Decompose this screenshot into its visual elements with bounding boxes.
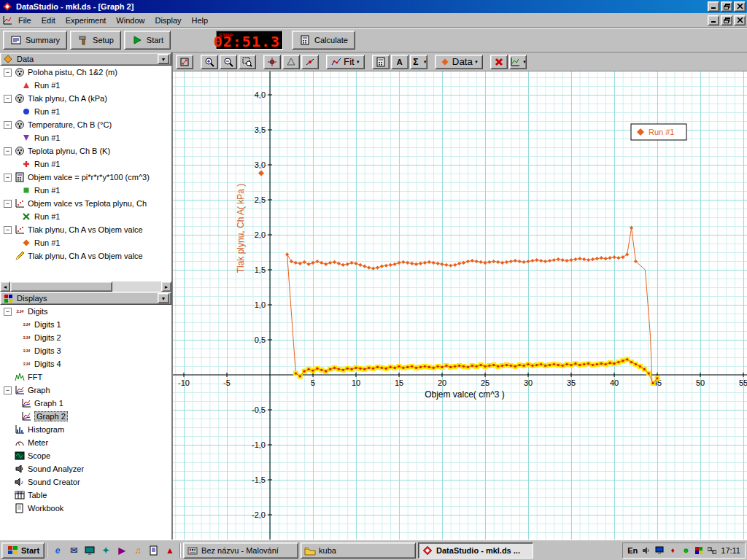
expand-box[interactable]: − bbox=[4, 226, 12, 234]
quick-launch-notes-icon[interactable] bbox=[147, 543, 161, 558]
data-source-item[interactable]: −Objem valce vs Teplota plynu, Ch bbox=[0, 197, 171, 210]
quick-launch-desktop-icon[interactable] bbox=[82, 543, 97, 558]
quick-launch-ie-icon[interactable]: e bbox=[50, 543, 65, 558]
data-source-item[interactable]: −Teplota plynu, Ch B (K) bbox=[0, 144, 171, 158]
display-item[interactable]: FFT bbox=[0, 370, 171, 384]
data-panel-dropdown-button[interactable]: ▼ bbox=[158, 54, 169, 64]
task-button[interactable]: DataStudio - mkl.ds ... bbox=[418, 542, 533, 559]
display-item[interactable]: Workbook bbox=[0, 502, 171, 515]
displays-header-icon bbox=[2, 293, 14, 303]
zoom-in-button[interactable] bbox=[201, 55, 218, 69]
close-button[interactable] bbox=[734, 1, 746, 12]
display-child-item[interactable]: 3.14Digits 3 bbox=[0, 344, 171, 357]
task-button[interactable]: Bez názvu - Malování bbox=[183, 542, 298, 559]
run-item[interactable]: Run #1 bbox=[0, 210, 171, 223]
summary-button[interactable]: Summary bbox=[3, 31, 67, 50]
displays-panel-header: Displays ▼ bbox=[0, 292, 171, 305]
child-minimize-button[interactable] bbox=[708, 15, 719, 26]
hscroll-track[interactable] bbox=[112, 281, 161, 292]
display-item[interactable]: −Graph bbox=[0, 384, 171, 397]
display-child-item[interactable]: Graph 2 bbox=[0, 410, 171, 423]
data-source-item[interactable]: −Temperature, Ch B (°C) bbox=[0, 118, 171, 131]
display-item[interactable]: Scope bbox=[0, 449, 171, 462]
display-item[interactable]: Meter bbox=[0, 436, 171, 449]
menu-display[interactable]: Display bbox=[150, 14, 186, 27]
expand-box[interactable]: − bbox=[4, 69, 12, 77]
data-source-item[interactable]: −Tlak plynu, Ch A vs Objem valce bbox=[0, 223, 171, 236]
setup-button[interactable]: Setup bbox=[70, 31, 121, 50]
slope-tool-button[interactable] bbox=[301, 55, 319, 69]
text-tool-button[interactable]: A bbox=[391, 55, 409, 69]
display-child-item[interactable]: 3.14Digits 1 bbox=[0, 318, 171, 331]
delete-button[interactable] bbox=[490, 55, 508, 69]
hscroll-thumb[interactable] bbox=[10, 281, 112, 292]
quick-launch-channels-icon[interactable]: ✦ bbox=[98, 543, 113, 558]
display-child-item[interactable]: Graph 1 bbox=[0, 397, 171, 410]
quick-launch-outlook-icon[interactable]: ✉ bbox=[66, 543, 81, 558]
display-item[interactable]: Sound Analyzer bbox=[0, 462, 171, 475]
menu-experiment[interactable]: Experiment bbox=[61, 14, 112, 27]
run-item[interactable]: Run #1 bbox=[0, 79, 171, 92]
tray-color-icon[interactable] bbox=[693, 545, 705, 556]
keyboard-layout-indicator[interactable]: En bbox=[627, 546, 638, 555]
data-source-item[interactable]: −Objem valce = pi*r*r*y*100 (cm^3) bbox=[0, 171, 171, 184]
graph-settings-button[interactable]: ▼ bbox=[509, 55, 527, 69]
data-source-item[interactable]: −Poloha pistu, Ch 1&2 (m) bbox=[0, 66, 171, 79]
display-child-item[interactable]: 3.14Digits 4 bbox=[0, 357, 171, 370]
restore-button[interactable] bbox=[721, 1, 732, 12]
expand-box[interactable]: − bbox=[4, 121, 12, 129]
data-source-item[interactable]: −Tlak plynu, Ch A (kPa) bbox=[0, 92, 171, 105]
expand-box[interactable]: − bbox=[4, 174, 12, 182]
graph-canvas[interactable]: -10-55101520253035404550554,03,53,02,52,… bbox=[173, 71, 747, 540]
child-restore-button[interactable] bbox=[721, 15, 732, 26]
child-close-button[interactable] bbox=[734, 15, 746, 26]
tray-messenger-icon[interactable]: ☻ bbox=[680, 545, 692, 556]
start-menu-button[interactable]: Start bbox=[1, 542, 44, 559]
expand-box[interactable]: − bbox=[4, 147, 12, 155]
displays-panel-dropdown-button[interactable]: ▼ bbox=[158, 293, 169, 303]
display-item[interactable]: ♪Sound Creator bbox=[0, 475, 171, 489]
run-item[interactable]: Run #1 bbox=[0, 184, 171, 197]
zoom-out-button[interactable] bbox=[220, 55, 237, 69]
tray-volume-icon[interactable] bbox=[640, 545, 652, 556]
expand-box[interactable]: − bbox=[4, 95, 12, 103]
display-item[interactable]: Histogram bbox=[0, 423, 171, 436]
graph-plot-area[interactable]: -10-55101520253035404550554,03,53,02,52,… bbox=[173, 71, 747, 540]
tray-shield-icon[interactable]: ♦ bbox=[667, 545, 678, 556]
run-item[interactable]: Run #1 bbox=[0, 158, 171, 171]
fit-menu-button[interactable]: Fit▼ bbox=[326, 55, 365, 69]
minimize-button[interactable] bbox=[708, 1, 719, 12]
tray-network-icon[interactable] bbox=[706, 545, 718, 556]
expand-box[interactable]: − bbox=[4, 308, 12, 316]
start-button[interactable]: Start bbox=[124, 31, 171, 50]
data-source-item[interactable]: Tlak plynu, Ch A vs Objem valce bbox=[0, 249, 171, 262]
hscroll-right-button[interactable]: ► bbox=[161, 281, 171, 292]
calculate-button[interactable]: Calculate bbox=[292, 31, 355, 50]
run-item[interactable]: Run #1 bbox=[0, 236, 171, 249]
expand-box[interactable]: − bbox=[4, 386, 12, 394]
run-item[interactable]: Run #1 bbox=[0, 131, 171, 144]
zoom-select-button[interactable] bbox=[239, 55, 256, 69]
statistics-menu-button[interactable]: Σ▼ bbox=[410, 55, 427, 69]
quick-launch-acrobat-icon[interactable]: ▲ bbox=[163, 543, 177, 558]
display-item[interactable]: −3.14Digits bbox=[0, 305, 171, 318]
smart-tool-button[interactable] bbox=[263, 55, 281, 69]
delta-tool-button[interactable] bbox=[282, 55, 300, 69]
run-item[interactable]: Run #1 bbox=[0, 105, 171, 118]
menu-file[interactable]: File bbox=[13, 14, 36, 27]
calculate-tool-button[interactable] bbox=[372, 55, 390, 69]
quick-launch-winamp-icon[interactable]: ♫ bbox=[131, 543, 145, 558]
data-menu-button[interactable]: Data▼ bbox=[435, 55, 483, 69]
task-button[interactable]: kuba bbox=[301, 542, 416, 559]
menu-window[interactable]: Window bbox=[111, 14, 150, 27]
quick-launch-media-icon[interactable]: ▶ bbox=[115, 543, 129, 558]
menu-edit[interactable]: Edit bbox=[36, 14, 61, 27]
hscroll-left-button[interactable]: ◄ bbox=[0, 281, 10, 292]
legend[interactable]: Run #1 bbox=[631, 124, 686, 140]
display-child-item[interactable]: 3.14Digits 2 bbox=[0, 331, 171, 344]
display-item[interactable]: Table bbox=[0, 489, 171, 502]
expand-box[interactable]: − bbox=[4, 200, 12, 208]
scale-to-fit-button[interactable] bbox=[176, 55, 193, 69]
menu-help[interactable]: Help bbox=[187, 14, 214, 27]
tray-display-icon[interactable] bbox=[654, 545, 665, 556]
